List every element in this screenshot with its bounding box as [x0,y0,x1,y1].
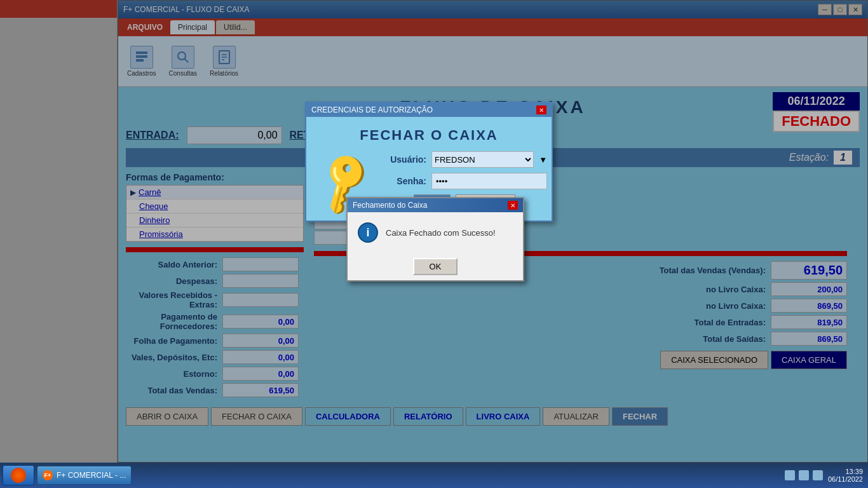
app-icon: F+ [43,470,53,480]
taskbar: F+ F+ COMERCIAL - ... 13:39 06/11/2022 [0,463,868,488]
fechar-caixa-title: FECHAR O CAIXA [360,127,498,144]
success-dialog: Fechamento do Caixa ✕ i Caixa Fechado co… [346,197,524,281]
taskbar-icons [785,470,823,480]
success-content: i Caixa Fechado com Sucesso! [348,212,523,253]
usuario-row: Usuário: FREDSON ▼ [382,151,547,168]
senha-label: Senha: [382,176,426,186]
usuario-label: Usuário: [382,154,426,165]
auth-dialog-title: CREDENCIAIS DE AUTORIZAÇÃO [311,105,433,114]
senha-input[interactable] [431,173,547,189]
taskbar-icon-3 [813,470,823,480]
success-titlebar: Fechamento do Caixa ✕ [348,198,523,212]
usuario-select[interactable]: FREDSON [431,151,534,168]
taskbar-right: 13:39 06/11/2022 [785,468,868,483]
auth-dialog-close[interactable]: ✕ [536,105,546,114]
success-title: Fechamento do Caixa [353,201,427,210]
taskbar-left: F+ F+ COMERCIAL - ... [0,465,132,485]
taskbar-clock: 13:39 06/11/2022 [828,468,863,483]
start-button[interactable] [3,465,34,485]
taskbar-icon-2 [799,470,809,480]
success-buttons: OK [348,253,523,280]
success-ok-button[interactable]: OK [413,258,458,275]
senha-row: Senha: [382,173,547,189]
taskbar-date-display: 06/11/2022 [828,475,863,483]
info-icon: i [358,222,378,243]
success-message: Caixa Fechado com Sucesso! [386,228,496,238]
dropdown-arrow-icon: ▼ [539,155,547,165]
auth-dialog-titlebar: CREDENCIAIS DE AUTORIZAÇÃO ✕ [306,103,552,117]
taskbar-app-button[interactable]: F+ F+ COMERCIAL - ... [37,466,132,485]
taskbar-icon-1 [785,470,795,480]
taskbar-app-label: F+ COMERCIAL - ... [57,471,126,480]
start-icon [11,468,26,483]
success-close-button[interactable]: ✕ [508,201,518,210]
taskbar-time-display: 13:39 [828,468,863,475]
